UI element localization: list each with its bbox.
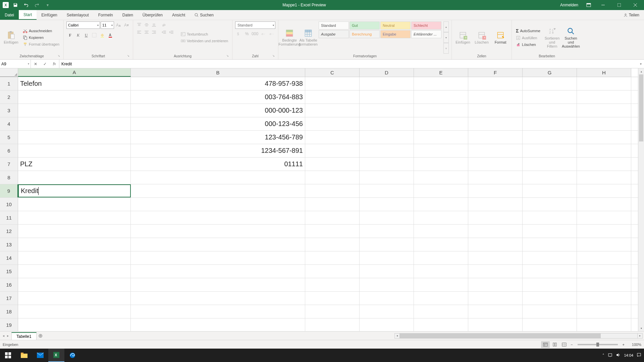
cell-F7[interactable] — [468, 158, 523, 171]
cell-G6[interactable] — [523, 144, 577, 157]
cell-G3[interactable] — [523, 104, 577, 117]
task-excel[interactable]: X — [48, 349, 64, 362]
ribbon-display-icon[interactable] — [583, 0, 594, 10]
cell-B19[interactable] — [131, 318, 305, 331]
fill-color-button[interactable] — [99, 32, 106, 39]
font-size-input[interactable] — [101, 21, 114, 29]
cell-D2[interactable] — [360, 90, 414, 104]
cell-B2[interactable]: 003-764-883 — [131, 90, 305, 104]
underline-button[interactable]: U — [83, 32, 90, 39]
cell-B11[interactable] — [131, 211, 305, 224]
task-explorer[interactable] — [16, 349, 32, 362]
cell-C3[interactable] — [305, 104, 360, 117]
wrap-text-button[interactable]: abTextumbruch — [179, 31, 229, 37]
hscroll-thumb[interactable] — [399, 334, 601, 338]
tab-formeln[interactable]: Formeln — [94, 10, 118, 20]
bold-button[interactable]: F — [66, 32, 74, 39]
cell-C10[interactable] — [305, 198, 360, 211]
col-header-C[interactable]: C — [305, 68, 360, 77]
col-header-H[interactable]: H — [577, 68, 631, 77]
cell-H14[interactable] — [577, 251, 631, 264]
confirm-edit-button[interactable]: ✓ — [40, 60, 50, 68]
cell-D6[interactable] — [360, 144, 414, 157]
cell-D11[interactable] — [360, 211, 414, 224]
undo-icon[interactable] — [22, 1, 30, 9]
normal-view-button[interactable] — [541, 341, 550, 348]
row-header-13[interactable]: 13 — [0, 238, 18, 251]
cell-B5[interactable]: 123-456-789 — [131, 131, 305, 144]
cell-F17[interactable] — [468, 292, 523, 305]
cell-B1[interactable]: 478-957-938 — [131, 77, 305, 90]
cell-G11[interactable] — [523, 211, 577, 224]
cancel-edit-button[interactable]: ✕ — [31, 60, 40, 68]
tab-seitenlayout[interactable]: Seitenlayout — [62, 10, 94, 20]
cell-H12[interactable] — [577, 225, 631, 238]
insert-function-button[interactable]: fx — [50, 60, 59, 68]
cell-B7[interactable]: 01111 — [131, 158, 305, 171]
cell-F11[interactable] — [468, 211, 523, 224]
cell-H3[interactable] — [577, 104, 631, 117]
maximize-button[interactable] — [612, 0, 627, 10]
cell-H4[interactable] — [577, 117, 631, 130]
sort-filter-button[interactable]: AZSortieren und Filtern — [544, 21, 560, 54]
align-center-button[interactable] — [143, 29, 150, 36]
row-header-15[interactable]: 15 — [0, 265, 18, 278]
row-header-2[interactable]: 2 — [0, 90, 18, 104]
cell-H5[interactable] — [577, 131, 631, 144]
cell-D8[interactable] — [360, 171, 414, 184]
cell-A3[interactable] — [18, 104, 131, 117]
cell-H6[interactable] — [577, 144, 631, 157]
cell-G9[interactable] — [523, 184, 577, 197]
cell-D5[interactable] — [360, 131, 414, 144]
cell-E3[interactable] — [414, 104, 468, 117]
cell-H19[interactable] — [577, 318, 631, 331]
row-header-7[interactable]: 7 — [0, 158, 18, 171]
cell-C1[interactable] — [305, 77, 360, 90]
cell-H2[interactable] — [577, 90, 631, 104]
cell-E14[interactable] — [414, 251, 468, 264]
format-as-table-button[interactable]: Als Tabelle formatieren — [300, 21, 317, 54]
cell-F16[interactable] — [468, 278, 523, 291]
cell-C5[interactable] — [305, 131, 360, 144]
task-edge[interactable] — [64, 349, 80, 362]
cell-A16[interactable] — [18, 278, 131, 291]
tab-suchen[interactable]: Suchen — [190, 10, 218, 20]
border-button[interactable] — [91, 32, 98, 39]
fill-button[interactable]: Ausfüllen — [515, 35, 542, 41]
cell-D3[interactable] — [360, 104, 414, 117]
cell-F12[interactable] — [468, 225, 523, 238]
cell-G8[interactable] — [523, 171, 577, 184]
cell-E10[interactable] — [414, 198, 468, 211]
cell-E13[interactable] — [414, 238, 468, 251]
row-header-6[interactable]: 6 — [0, 144, 18, 157]
qat-customize-icon[interactable]: ▾ — [44, 1, 52, 9]
cell-G12[interactable] — [523, 225, 577, 238]
cell-G15[interactable] — [523, 265, 577, 278]
cell-C15[interactable] — [305, 265, 360, 278]
cell-G7[interactable] — [523, 158, 577, 171]
page-layout-view-button[interactable] — [550, 341, 559, 348]
cell-G4[interactable] — [523, 117, 577, 130]
increase-indent-button[interactable] — [168, 29, 175, 36]
cell-A2[interactable] — [18, 90, 131, 104]
align-left-button[interactable] — [136, 29, 143, 36]
font-color-button[interactable]: A — [107, 32, 114, 39]
font-name-input[interactable] — [66, 21, 100, 29]
cell-C4[interactable] — [305, 117, 360, 130]
col-header-E[interactable]: E — [414, 68, 468, 77]
cell-B14[interactable] — [131, 251, 305, 264]
cell-E11[interactable] — [414, 211, 468, 224]
horizontal-scrollbar[interactable] — [394, 333, 643, 339]
cell-C17[interactable] — [305, 292, 360, 305]
cell-D19[interactable] — [360, 318, 414, 331]
vertical-scrollbar[interactable]: ▴ ▾ — [638, 68, 644, 331]
tab-daten[interactable]: Daten — [118, 10, 138, 20]
cell-G13[interactable] — [523, 238, 577, 251]
cell-H16[interactable] — [577, 278, 631, 291]
styles-scroll-down[interactable]: ▾ — [443, 32, 449, 43]
style-neutral[interactable]: Neutral — [380, 21, 411, 29]
cell-B17[interactable] — [131, 292, 305, 305]
cell-A14[interactable] — [18, 251, 131, 264]
cell-F2[interactable] — [468, 90, 523, 104]
cell-E15[interactable] — [414, 265, 468, 278]
